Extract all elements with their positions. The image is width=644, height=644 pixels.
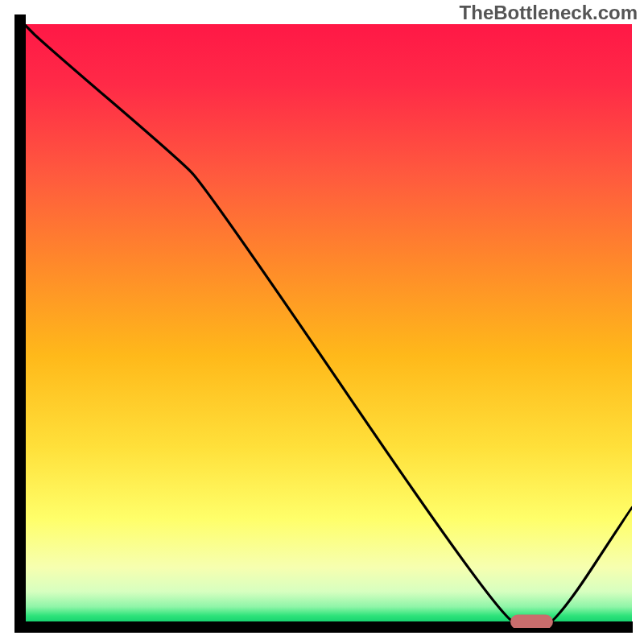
watermark-text: TheBottleneck.com xyxy=(460,2,638,24)
gradient-background xyxy=(24,24,632,628)
y-axis xyxy=(14,14,26,633)
optimal-range-marker xyxy=(510,615,553,630)
bottleneck-chart: TheBottleneck.com xyxy=(0,0,644,644)
plot-svg xyxy=(0,0,644,644)
